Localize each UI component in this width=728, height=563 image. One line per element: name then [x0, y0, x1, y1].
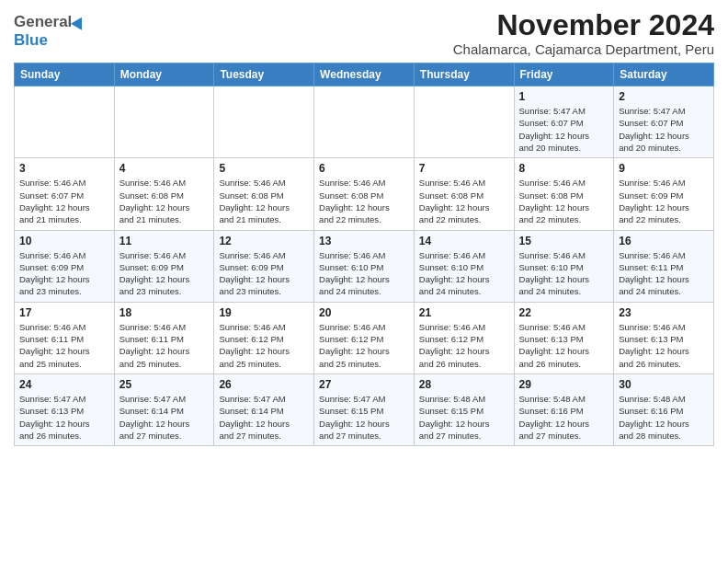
calendar-cell [114, 86, 214, 158]
weekday-header: Monday [114, 63, 214, 86]
calendar-cell: 21Sunrise: 5:46 AMSunset: 6:12 PMDayligh… [414, 302, 514, 373]
day-number: 11 [119, 235, 210, 247]
calendar-cell: 14Sunrise: 5:46 AMSunset: 6:10 PMDayligh… [414, 230, 514, 302]
day-number: 12 [219, 235, 309, 247]
calendar-week-row: 17Sunrise: 5:46 AMSunset: 6:11 PMDayligh… [15, 302, 714, 373]
weekday-header: Tuesday [214, 63, 314, 86]
day-info: Sunrise: 5:46 AMSunset: 6:08 PMDaylight:… [419, 177, 509, 225]
logo-blue: Blue [14, 31, 48, 50]
calendar-week-row: 10Sunrise: 5:46 AMSunset: 6:09 PMDayligh… [15, 230, 714, 302]
day-number: 14 [419, 235, 509, 247]
day-info: Sunrise: 5:47 AMSunset: 6:13 PMDaylight:… [19, 393, 109, 442]
day-number: 4 [119, 162, 210, 175]
calendar-table: SundayMondayTuesdayWednesdayThursdayFrid… [14, 63, 714, 446]
weekday-header: Sunday [15, 63, 115, 86]
day-number: 20 [319, 306, 409, 319]
day-info: Sunrise: 5:48 AMSunset: 6:15 PMDaylight:… [419, 393, 509, 442]
calendar-week-row: 24Sunrise: 5:47 AMSunset: 6:13 PMDayligh… [15, 373, 714, 445]
weekday-header: Saturday [614, 63, 714, 86]
calendar-cell: 17Sunrise: 5:46 AMSunset: 6:11 PMDayligh… [15, 302, 115, 373]
page-header: General Blue November 2024 Chalamarca, C… [14, 9, 714, 57]
calendar-cell: 29Sunrise: 5:48 AMSunset: 6:16 PMDayligh… [514, 373, 614, 445]
day-info: Sunrise: 5:46 AMSunset: 6:12 PMDaylight:… [219, 321, 309, 370]
calendar-week-row: 3Sunrise: 5:46 AMSunset: 6:07 PMDaylight… [15, 158, 714, 230]
calendar-cell: 27Sunrise: 5:47 AMSunset: 6:15 PMDayligh… [314, 373, 415, 445]
day-info: Sunrise: 5:46 AMSunset: 6:08 PMDaylight:… [519, 177, 609, 225]
calendar-cell: 25Sunrise: 5:47 AMSunset: 6:14 PMDayligh… [114, 373, 214, 445]
day-number: 10 [19, 235, 109, 247]
day-info: Sunrise: 5:46 AMSunset: 6:13 PMDaylight:… [519, 321, 609, 370]
day-number: 8 [519, 162, 609, 175]
day-info: Sunrise: 5:47 AMSunset: 6:15 PMDaylight:… [319, 393, 409, 442]
day-number: 26 [219, 378, 309, 391]
day-number: 27 [319, 378, 409, 391]
day-number: 18 [119, 306, 210, 319]
day-info: Sunrise: 5:46 AMSunset: 6:10 PMDaylight:… [319, 249, 409, 298]
day-number: 15 [519, 235, 609, 247]
calendar-cell: 10Sunrise: 5:46 AMSunset: 6:09 PMDayligh… [15, 230, 115, 302]
calendar-cell: 30Sunrise: 5:48 AMSunset: 6:16 PMDayligh… [614, 373, 714, 445]
calendar-cell: 5Sunrise: 5:46 AMSunset: 6:08 PMDaylight… [214, 158, 314, 230]
calendar-cell: 16Sunrise: 5:46 AMSunset: 6:11 PMDayligh… [614, 230, 714, 302]
day-info: Sunrise: 5:48 AMSunset: 6:16 PMDaylight:… [619, 393, 709, 442]
calendar-cell: 20Sunrise: 5:46 AMSunset: 6:12 PMDayligh… [314, 302, 415, 373]
calendar-cell: 12Sunrise: 5:46 AMSunset: 6:09 PMDayligh… [214, 230, 314, 302]
calendar-cell: 13Sunrise: 5:46 AMSunset: 6:10 PMDayligh… [314, 230, 415, 302]
day-info: Sunrise: 5:46 AMSunset: 6:11 PMDaylight:… [119, 321, 210, 370]
calendar-cell: 26Sunrise: 5:47 AMSunset: 6:14 PMDayligh… [214, 373, 314, 445]
day-number: 30 [619, 378, 709, 391]
day-number: 6 [319, 162, 409, 175]
day-info: Sunrise: 5:46 AMSunset: 6:09 PMDaylight:… [19, 249, 109, 298]
day-number: 1 [519, 90, 609, 103]
calendar-cell: 6Sunrise: 5:46 AMSunset: 6:08 PMDaylight… [314, 158, 415, 230]
calendar-cell: 11Sunrise: 5:46 AMSunset: 6:09 PMDayligh… [114, 230, 214, 302]
day-number: 7 [419, 162, 509, 175]
day-info: Sunrise: 5:47 AMSunset: 6:14 PMDaylight:… [119, 393, 210, 442]
day-info: Sunrise: 5:46 AMSunset: 6:08 PMDaylight:… [219, 177, 309, 225]
day-number: 2 [619, 90, 709, 103]
logo: General Blue [14, 9, 85, 50]
day-info: Sunrise: 5:46 AMSunset: 6:10 PMDaylight:… [419, 249, 509, 298]
day-number: 21 [419, 306, 509, 319]
calendar-cell: 3Sunrise: 5:46 AMSunset: 6:07 PMDaylight… [15, 158, 115, 230]
calendar-header-row: SundayMondayTuesdayWednesdayThursdayFrid… [15, 63, 714, 86]
page-subtitle: Chalamarca, Cajamarca Department, Peru [453, 41, 714, 57]
day-number: 25 [119, 378, 210, 391]
day-info: Sunrise: 5:48 AMSunset: 6:16 PMDaylight:… [519, 393, 609, 442]
calendar-cell: 19Sunrise: 5:46 AMSunset: 6:12 PMDayligh… [214, 302, 314, 373]
day-number: 13 [319, 235, 409, 247]
weekday-header: Thursday [414, 63, 514, 86]
day-number: 24 [19, 378, 109, 391]
day-info: Sunrise: 5:47 AMSunset: 6:14 PMDaylight:… [219, 393, 309, 442]
title-block: November 2024 Chalamarca, Cajamarca Depa… [453, 9, 714, 57]
calendar-cell [15, 86, 115, 158]
day-number: 5 [219, 162, 309, 175]
calendar-cell: 22Sunrise: 5:46 AMSunset: 6:13 PMDayligh… [514, 302, 614, 373]
calendar-cell: 2Sunrise: 5:47 AMSunset: 6:07 PMDaylight… [614, 86, 714, 158]
day-info: Sunrise: 5:46 AMSunset: 6:07 PMDaylight:… [19, 177, 109, 225]
page-title: November 2024 [453, 9, 714, 41]
calendar-cell: 9Sunrise: 5:46 AMSunset: 6:09 PMDaylight… [614, 158, 714, 230]
day-info: Sunrise: 5:46 AMSunset: 6:12 PMDaylight:… [319, 321, 409, 370]
day-number: 28 [419, 378, 509, 391]
calendar-cell: 8Sunrise: 5:46 AMSunset: 6:08 PMDaylight… [514, 158, 614, 230]
calendar-cell: 7Sunrise: 5:46 AMSunset: 6:08 PMDaylight… [414, 158, 514, 230]
day-number: 19 [219, 306, 309, 319]
day-info: Sunrise: 5:46 AMSunset: 6:08 PMDaylight:… [119, 177, 210, 225]
calendar-cell: 28Sunrise: 5:48 AMSunset: 6:15 PMDayligh… [414, 373, 514, 445]
calendar-cell [214, 86, 314, 158]
logo-general: General [14, 13, 72, 31]
calendar-cell: 15Sunrise: 5:46 AMSunset: 6:10 PMDayligh… [514, 230, 614, 302]
logo-icon [71, 14, 87, 29]
calendar-cell [314, 86, 415, 158]
day-number: 3 [19, 162, 109, 175]
day-info: Sunrise: 5:47 AMSunset: 6:07 PMDaylight:… [519, 105, 609, 154]
day-info: Sunrise: 5:46 AMSunset: 6:13 PMDaylight:… [619, 321, 709, 370]
weekday-header: Friday [514, 63, 614, 86]
calendar-cell: 18Sunrise: 5:46 AMSunset: 6:11 PMDayligh… [114, 302, 214, 373]
weekday-header: Wednesday [314, 63, 415, 86]
calendar-cell: 1Sunrise: 5:47 AMSunset: 6:07 PMDaylight… [514, 86, 614, 158]
day-info: Sunrise: 5:46 AMSunset: 6:10 PMDaylight:… [519, 249, 609, 298]
day-number: 16 [619, 235, 709, 247]
day-info: Sunrise: 5:46 AMSunset: 6:09 PMDaylight:… [219, 249, 309, 298]
